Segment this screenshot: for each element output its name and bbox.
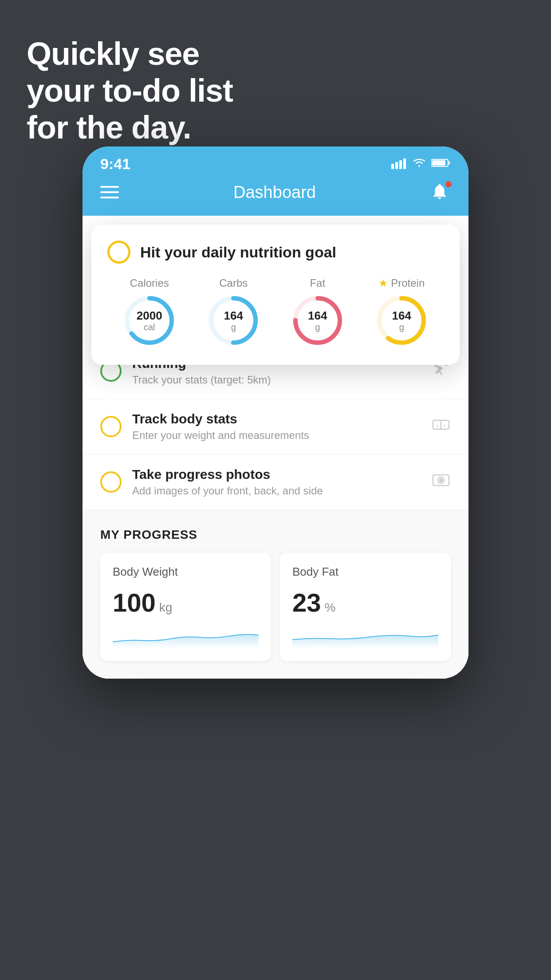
body-weight-value: 100 <box>113 588 156 617</box>
body-weight-sparkline <box>113 626 259 648</box>
todo-progress-photos[interactable]: Take progress photos Add images of your … <box>83 454 468 510</box>
svg-rect-1 <box>395 162 398 169</box>
svg-rect-0 <box>391 164 394 169</box>
progress-photos-icon <box>431 472 451 492</box>
body-fat-card: Body Fat 23 % <box>280 553 451 661</box>
svg-rect-3 <box>403 158 406 169</box>
body-fat-sparkline <box>292 626 438 648</box>
fat-ring: 164 g <box>291 294 344 347</box>
running-subtitle: Track your stats (target: 5km) <box>132 374 421 386</box>
protein-label: ★ Protein <box>378 277 425 289</box>
body-fat-value: 23 <box>292 588 321 617</box>
nutrition-card-header: Hit your daily nutrition goal <box>107 241 444 264</box>
svg-rect-6 <box>448 162 450 164</box>
stat-calories: Calories 2000 cal <box>123 277 176 347</box>
nutrition-card: Hit your daily nutrition goal Calories 2… <box>91 225 460 365</box>
status-time: 9:41 <box>100 155 130 173</box>
progress-photos-check-circle <box>100 471 122 493</box>
body-stats-title: Track body stats <box>132 411 421 427</box>
protein-unit: g <box>392 322 411 332</box>
hamburger-menu[interactable] <box>100 186 119 198</box>
nutrition-card-title: Hit your daily nutrition goal <box>140 244 336 261</box>
body-weight-unit: kg <box>159 601 173 615</box>
calories-value: 2000 <box>137 309 162 322</box>
battery-icon <box>431 158 451 170</box>
stat-carbs: Carbs 164 g <box>207 277 260 347</box>
stat-fat: Fat 164 g <box>291 277 344 347</box>
progress-photos-content: Take progress photos Add images of your … <box>132 467 421 497</box>
body-fat-label: Body Fat <box>292 565 438 579</box>
fat-label: Fat <box>310 277 325 289</box>
svg-point-21 <box>440 479 442 482</box>
body-fat-unit: % <box>325 601 336 615</box>
status-icons <box>391 157 451 171</box>
progress-section-title: MY PROGRESS <box>100 528 451 542</box>
body-stats-check-circle <box>100 416 122 437</box>
body-stats-icon <box>431 417 451 437</box>
protein-value: 164 <box>392 309 411 322</box>
fat-unit: g <box>308 322 327 332</box>
stat-protein: ★ Protein 164 g <box>375 277 428 347</box>
notification-button[interactable] <box>430 182 451 202</box>
todo-body-stats[interactable]: Track body stats Enter your weight and m… <box>83 399 468 454</box>
svg-rect-2 <box>399 160 402 169</box>
app-header: Dashboard <box>83 178 468 216</box>
calories-ring: 2000 cal <box>123 294 176 347</box>
wifi-icon <box>412 157 427 171</box>
progress-photos-title: Take progress photos <box>132 467 421 482</box>
todo-list: Running Track your stats (target: 5km) T… <box>83 344 468 510</box>
fat-value: 164 <box>308 309 327 322</box>
nutrition-check-circle <box>107 241 130 264</box>
hero-title: Quickly see your to-do list for the day. <box>27 36 233 146</box>
body-stats-content: Track body stats Enter your weight and m… <box>132 411 421 442</box>
app-body: THINGS TO DO TODAY Hit your daily nutrit… <box>83 216 468 679</box>
phone-mockup: 9:41 <box>83 146 468 679</box>
progress-photos-subtitle: Add images of your front, back, and side <box>132 485 421 497</box>
status-bar: 9:41 <box>83 146 468 178</box>
notification-dot <box>445 180 453 188</box>
body-weight-card: Body Weight 100 kg <box>100 553 271 661</box>
header-title: Dashboard <box>233 183 316 202</box>
progress-cards: Body Weight 100 kg <box>100 553 451 661</box>
carbs-value: 164 <box>224 309 243 322</box>
progress-section: MY PROGRESS Body Weight 100 kg <box>83 510 468 679</box>
calories-unit: cal <box>137 322 162 332</box>
calories-label: Calories <box>130 277 169 289</box>
body-weight-label: Body Weight <box>113 565 259 579</box>
carbs-ring: 164 g <box>207 294 260 347</box>
body-stats-subtitle: Enter your weight and measurements <box>132 429 421 442</box>
carbs-unit: g <box>224 322 243 332</box>
nutrition-stats: Calories 2000 cal Carbs <box>107 277 444 347</box>
svg-rect-5 <box>432 160 445 166</box>
signal-icon <box>391 158 407 169</box>
protein-ring: 164 g <box>375 294 428 347</box>
carbs-label: Carbs <box>219 277 248 289</box>
star-icon: ★ <box>378 277 388 289</box>
